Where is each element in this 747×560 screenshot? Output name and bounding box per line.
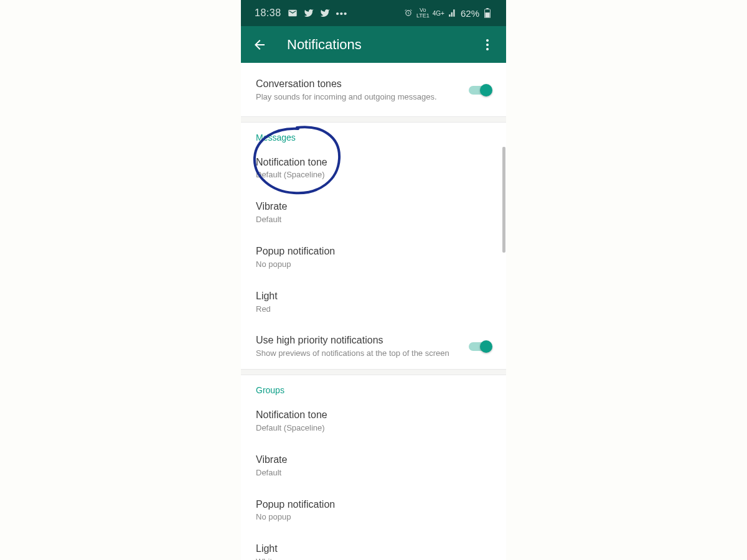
messages-popup-item[interactable]: Popup notification No popup <box>241 235 506 280</box>
groups-popup-item[interactable]: Popup notification No popup <box>241 488 506 533</box>
status-left: 18:38 ••• <box>255 7 347 19</box>
setting-title: Light <box>256 543 491 556</box>
status-time: 18:38 <box>255 7 281 19</box>
setting-title: Use high priority notifications <box>256 334 469 347</box>
messages-notification-tone-item[interactable]: Notification tone Default (Spaceline) <box>241 146 506 191</box>
status-bar: 18:38 ••• Vo LTE1 4G+ 62% <box>241 0 506 26</box>
setting-subtitle: Default (Spaceline) <box>256 423 491 434</box>
network-text: Vo LTE1 <box>416 7 430 19</box>
section-divider <box>241 116 506 123</box>
setting-subtitle: White <box>256 557 491 560</box>
setting-subtitle: Default <box>256 468 491 478</box>
phone-frame: 18:38 ••• Vo LTE1 4G+ 62% <box>241 0 506 560</box>
more-dots-icon: ••• <box>336 8 348 19</box>
setting-subtitle: Play sounds for incoming and outgoing me… <box>256 92 469 103</box>
setting-title: Popup notification <box>256 245 491 258</box>
messages-high-priority-toggle[interactable] <box>469 340 491 353</box>
setting-title: Conversation tones <box>256 78 469 91</box>
messages-high-priority-item[interactable]: Use high priority notifications Show pre… <box>241 324 506 369</box>
messages-section-header: Messages <box>241 123 506 146</box>
mail-icon <box>288 8 298 18</box>
setting-subtitle: Default (Spaceline) <box>256 170 491 180</box>
status-right: Vo LTE1 4G+ 62% <box>403 7 492 19</box>
settings-list: Conversation tones Play sounds for incom… <box>241 63 506 560</box>
setting-subtitle: Default <box>256 215 491 225</box>
alarm-icon <box>403 8 413 18</box>
twitter-icon <box>304 8 314 18</box>
setting-subtitle: No popup <box>256 512 491 523</box>
setting-title: Popup notification <box>256 498 491 511</box>
battery-text: 62% <box>461 8 479 19</box>
section-divider <box>241 369 506 375</box>
setting-subtitle: Red <box>256 304 491 315</box>
back-button[interactable] <box>252 37 267 52</box>
signal-icon <box>448 8 458 18</box>
messages-light-item[interactable]: Light Red <box>241 280 506 325</box>
twitter-icon-2 <box>320 8 330 18</box>
groups-vibrate-item[interactable]: Vibrate Default <box>241 444 506 488</box>
messages-vibrate-item[interactable]: Vibrate Default <box>241 190 506 235</box>
scroll-indicator <box>502 147 505 253</box>
battery-icon <box>482 8 492 18</box>
conversation-tones-toggle[interactable] <box>469 83 491 97</box>
groups-section-header: Groups <box>241 375 506 399</box>
svg-rect-1 <box>486 8 489 9</box>
network-4g: 4G+ <box>433 10 444 17</box>
setting-title: Notification tone <box>256 409 491 422</box>
menu-button[interactable] <box>480 37 495 52</box>
page-title: Notifications <box>287 37 480 53</box>
setting-title: Vibrate <box>256 454 491 467</box>
conversation-tones-item[interactable]: Conversation tones Play sounds for incom… <box>241 63 506 116</box>
groups-notification-tone-item[interactable]: Notification tone Default (Spaceline) <box>241 399 506 444</box>
setting-subtitle: Show previews of notifications at the to… <box>256 348 469 359</box>
setting-title: Notification tone <box>256 156 491 169</box>
groups-light-item[interactable]: Light White <box>241 533 506 560</box>
setting-title: Vibrate <box>256 200 491 213</box>
setting-subtitle: No popup <box>256 259 491 270</box>
app-bar: Notifications <box>241 26 506 63</box>
setting-title: Light <box>256 290 491 303</box>
svg-rect-2 <box>485 12 489 17</box>
